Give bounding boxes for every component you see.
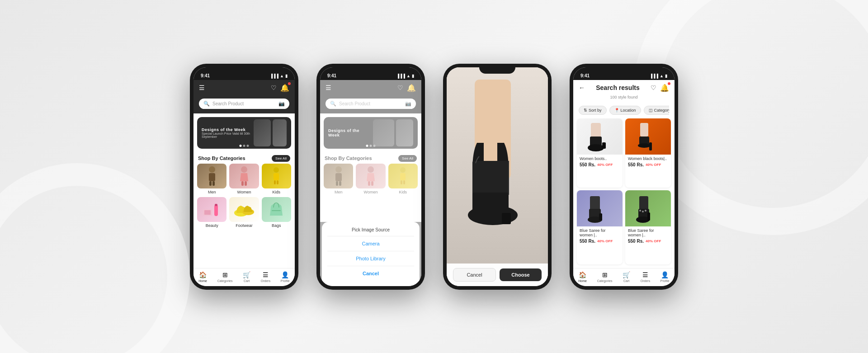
- filter-location[interactable]: 📍 Location: [609, 106, 641, 115]
- cart-icon-1: 🛒: [243, 271, 250, 278]
- wishlist-icon-4[interactable]: ♡: [651, 84, 656, 91]
- cat-women-p2: Women: [356, 164, 385, 194]
- camera-icon-1[interactable]: 📷: [278, 101, 285, 107]
- shoe-svg: [448, 80, 547, 251]
- nav-profile-1[interactable]: 👤 Profile: [281, 271, 290, 282]
- svg-rect-21: [339, 181, 341, 186]
- cat-img-kids-p2: [388, 164, 418, 188]
- nav-orders-4[interactable]: ☰ Orders: [641, 271, 650, 282]
- modal-camera-option[interactable]: Camera: [327, 236, 414, 251]
- modal-cancel-btn[interactable]: Cancel: [327, 266, 414, 281]
- category-item-footwear-1[interactable]: Footwear: [229, 197, 259, 228]
- svg-rect-27: [401, 180, 402, 184]
- status-time-4: 9:41: [580, 73, 590, 78]
- banner-figure2-1: [273, 119, 287, 146]
- banner-figure2-2: [396, 119, 413, 146]
- bottom-nav-1: 🏠 Home ⊞ Categories 🛒 Cart ☰ Orders 👤: [193, 268, 295, 286]
- filter-category[interactable]: ◫ Category: [644, 106, 669, 115]
- search-icon-2: 🔍: [330, 101, 336, 107]
- product-card-1[interactable]: Women boots.. 550 Rs. 40% OFF: [577, 118, 623, 188]
- product-img-4: [625, 190, 671, 226]
- hamburger-icon-1[interactable]: ☰: [199, 84, 205, 91]
- search-icon-1: 🔍: [203, 101, 210, 107]
- filter-sort-by[interactable]: ⇅ Sort by: [579, 106, 607, 115]
- notification-dot-4: [668, 82, 670, 85]
- home-icon-1: 🏠: [199, 271, 207, 278]
- nav-categories-1[interactable]: ⊞ Categories: [217, 271, 233, 282]
- section-header-1: Shop By Categories See All: [193, 152, 295, 164]
- discount-badge-3: 40% OFF: [597, 239, 613, 243]
- svg-rect-13: [214, 205, 218, 216]
- product-card-3[interactable]: Blue Saree for women |.. 550 Rs. 40% OFF: [577, 190, 623, 264]
- svg-point-4: [241, 166, 247, 173]
- cart-label-1: Cart: [244, 279, 250, 282]
- see-all-btn-1[interactable]: See All: [272, 155, 290, 162]
- discount-badge-1: 40% OFF: [597, 163, 613, 167]
- category-item-kids-1[interactable]: Kids: [262, 164, 291, 194]
- category-item-bags-1[interactable]: Bags: [262, 197, 291, 228]
- bell-icon-1: 🔔: [280, 84, 289, 92]
- svg-rect-5: [241, 181, 244, 186]
- nav-home-1[interactable]: 🏠 Home: [198, 271, 207, 282]
- top-nav-icons-1: ♡ 🔔: [271, 84, 289, 92]
- category-item-beauty-1[interactable]: Beauty: [197, 197, 226, 228]
- orders-label-1: Orders: [261, 279, 270, 282]
- modal-library-option[interactable]: Photo Library: [327, 251, 414, 266]
- dot2-2: [370, 145, 372, 147]
- banner-content-2: Designs of the Week: [324, 117, 418, 149]
- svg-rect-9: [274, 180, 276, 184]
- section-title-2: Shop By Categories: [325, 155, 372, 161]
- nav-cart-4[interactable]: 🛒 Cart: [623, 271, 630, 282]
- product-img-1: [577, 118, 623, 155]
- svg-point-22: [368, 166, 374, 173]
- see-all-btn-2: See All: [398, 155, 417, 162]
- phone-notch-3: [479, 64, 515, 74]
- wishlist-icon-1[interactable]: ♡: [271, 84, 277, 91]
- men-figure-p2: [332, 166, 345, 186]
- product-card-4[interactable]: Blue Saree for women |.. 550 Rs. 40% OFF: [625, 190, 671, 264]
- banner-title-1: Designs of the Week: [202, 127, 251, 132]
- orders-label-4: Orders: [641, 279, 650, 282]
- product-info-2: Women black boots|.. 550 Rs. 40% OFF: [625, 155, 671, 170]
- search-input-1[interactable]: Search Product: [212, 101, 276, 106]
- cat-label-kids-p2: Kids: [399, 190, 407, 194]
- nav-categories-4[interactable]: ⊞ Categories: [597, 271, 613, 282]
- cat-img-men-p2: [324, 164, 353, 188]
- category-item-women-1[interactable]: Women: [229, 164, 259, 194]
- product-price-3: 550 Rs.: [580, 239, 595, 244]
- search-input-wrap-1[interactable]: 🔍 Search Product 📷: [199, 99, 289, 109]
- phone-1: 9:41 ▐▐▐ ▲ ▮ ☰ ♡ 🔔: [190, 64, 298, 290]
- signal-icon-2: ▐▐▐: [396, 74, 405, 78]
- dot2-3: [373, 145, 376, 147]
- product-card-2[interactable]: Women black boots|.. 550 Rs. 40% OFF: [625, 118, 671, 188]
- kids-figure-p2: [396, 166, 410, 186]
- wifi-icon-1: ▲: [280, 74, 284, 78]
- category-item-men-1[interactable]: Men: [197, 164, 226, 194]
- category-label: Category: [654, 108, 669, 113]
- banner-figure-2: [373, 119, 395, 146]
- section-header-2: Shop By Categories See All: [320, 152, 421, 164]
- category-label-men-1: Men: [208, 190, 216, 194]
- top-nav-1: ☰ ♡ 🔔: [193, 80, 295, 96]
- nav-profile-4[interactable]: 👤 Profile: [660, 271, 670, 282]
- shoe-full-screen: Cancel Choose: [447, 67, 548, 286]
- nav-cart-1[interactable]: 🛒 Cart: [243, 271, 250, 282]
- modal-title-2: Pick Image Source: [327, 227, 414, 236]
- svg-point-37: [588, 144, 604, 151]
- choose-button-3[interactable]: Choose: [500, 268, 542, 281]
- svg-rect-3: [212, 181, 215, 186]
- category-icon-4: ◫: [649, 108, 653, 113]
- notification-badge-1[interactable]: 🔔: [280, 84, 289, 92]
- boot-svg-3: [586, 193, 613, 224]
- back-button-4[interactable]: ←: [579, 84, 585, 91]
- cancel-button-3[interactable]: Cancel: [453, 268, 496, 282]
- nav-home-4[interactable]: 🏠 Home: [578, 271, 587, 282]
- battery-icon-2: ▮: [412, 74, 414, 78]
- results-subtitle-4: 100 style found: [579, 95, 669, 103]
- notification-badge-4[interactable]: 🔔: [660, 84, 669, 92]
- dot-1: [240, 145, 242, 147]
- nav-orders-1[interactable]: ☰ Orders: [261, 271, 270, 282]
- status-icons-1: ▐▐▐ ▲ ▮: [270, 74, 288, 78]
- bell-icon-2: 🔔: [407, 84, 416, 92]
- banner-dots-2: [366, 145, 376, 147]
